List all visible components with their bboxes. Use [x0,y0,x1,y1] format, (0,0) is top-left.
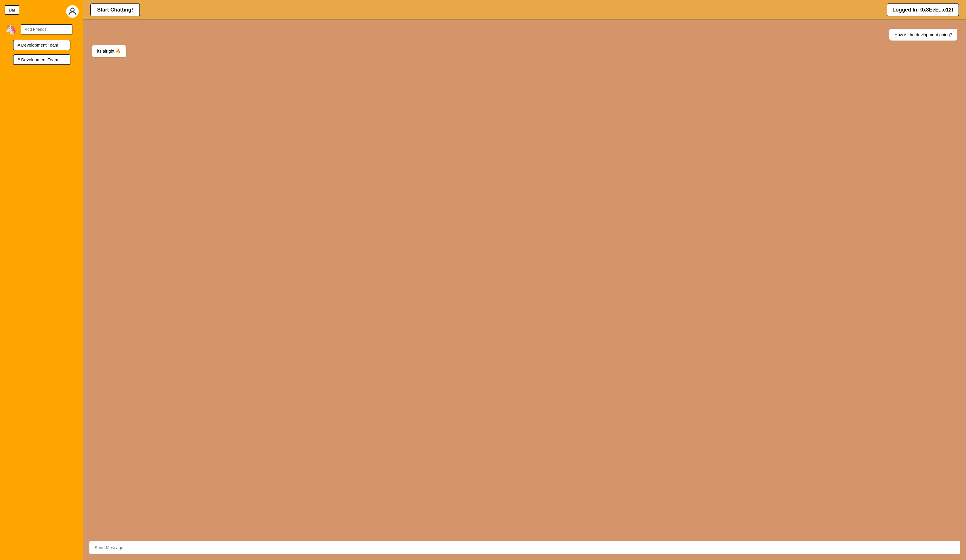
logo-icon: 🦄 [5,23,17,36]
logged-in-label: Logged In: 0x3EeE...c12f [887,3,959,16]
channel-item-2[interactable]: # Development Team [13,54,71,65]
message-bubble-2: its alright 🔥 [92,45,126,57]
input-row [84,537,966,560]
sidebar: DM 🦄 # Development Team # Development Te… [0,0,84,560]
send-message-input[interactable] [89,541,960,554]
top-header: Start Chatting! Logged In: 0x3EeE...c12f [84,0,966,20]
start-chatting-button[interactable]: Start Chatting! [90,3,140,16]
svg-point-0 [71,8,74,11]
dm-button[interactable]: DM [5,5,19,15]
add-friends-input[interactable] [21,24,72,34]
avatar-icon [66,5,79,18]
messages-area: How is the devlopment going?its alright … [84,20,966,537]
message-bubble-1: How is the devlopment going? [889,29,958,41]
main-chat-area: How is the devlopment going?its alright … [84,20,966,560]
sidebar-top: DM [5,5,79,18]
channel-item-1[interactable]: # Development Team [13,40,71,50]
